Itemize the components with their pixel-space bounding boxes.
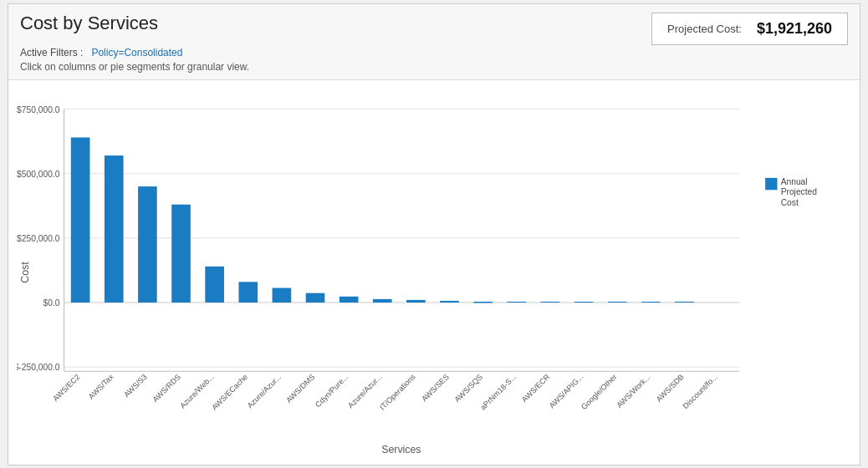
svg-text:AWS/ECR: AWS/ECR — [520, 372, 552, 404]
svg-text:AWS/SDB: AWS/SDB — [655, 372, 686, 403]
svg-text:IT/Operations: IT/Operations — [378, 372, 417, 411]
bar-awsapig[interactable] — [574, 301, 594, 302]
bar-awssqs[interactable] — [473, 301, 493, 303]
header-section: Cost by Services Projected Cost: $1,921,… — [8, 4, 860, 80]
svg-text:AWS/ECache: AWS/ECache — [210, 372, 249, 411]
bar-awss3[interactable] — [138, 186, 157, 303]
bar-azureweb[interactable] — [205, 266, 224, 302]
legend-label-line3: Cost — [781, 197, 799, 206]
bar-awsrds[interactable] — [171, 204, 191, 302]
bar-awsecache[interactable] — [238, 282, 258, 303]
filter-row: Active Filters : Policy=Consolidated — [20, 47, 848, 58]
bar-azurazur2[interactable] — [373, 298, 392, 302]
bar-awssdb[interactable] — [675, 301, 694, 302]
filter-value: Policy=Consolidated — [91, 47, 182, 58]
svg-text:Azure/Azur...: Azure/Azur... — [346, 372, 384, 410]
bar-aprnm18[interactable] — [507, 301, 526, 302]
svg-text:AWS/Work...: AWS/Work... — [615, 372, 652, 409]
bar-awsec2[interactable] — [71, 137, 90, 303]
svg-text:AWS/APIG...: AWS/APIG... — [548, 372, 585, 410]
bar-cdynpure[interactable] — [340, 296, 359, 302]
bar-awsecr[interactable] — [541, 301, 560, 302]
svg-text:Azure/Azur...: Azure/Azur... — [246, 372, 283, 410]
svg-text:AWS/RDS: AWS/RDS — [151, 372, 182, 403]
svg-text:AWS/SES: AWS/SES — [420, 372, 451, 403]
projected-cost-value: $1,921,260 — [757, 20, 832, 38]
bar-awsdms[interactable] — [306, 292, 325, 302]
svg-text:$0.0: $0.0 — [43, 298, 59, 308]
svg-text:Google/Other: Google/Other — [580, 372, 618, 410]
svg-text:AWS/DMS: AWS/DMS — [284, 372, 316, 404]
svg-text:aPrNm18-S...: aPrNm18-S... — [478, 372, 518, 411]
x-axis-label: Services — [381, 444, 421, 455]
svg-text:AWS/EC2: AWS/EC2 — [51, 372, 81, 402]
svg-text:Azure/Web...: Azure/Web... — [178, 372, 216, 410]
bar-awsses[interactable] — [440, 300, 459, 302]
projected-cost-box: Projected Cost: $1,921,260 — [651, 13, 848, 45]
cost-by-services-card: Cost by Services Projected Cost: $1,921,… — [8, 3, 860, 465]
svg-text:AWS/Tax: AWS/Tax — [87, 372, 115, 400]
svg-text:$250,000.0: $250,000.0 — [17, 233, 60, 242]
legend-label-line2: Projected — [781, 187, 818, 196]
svg-text:Cdyn/Pure...: Cdyn/Pure... — [314, 372, 350, 408]
svg-text:$-250,000.0: $-250,000.0 — [17, 363, 60, 372]
svg-text:Discount/fo...: Discount/fo... — [682, 372, 719, 410]
page-title: Cost by Services — [20, 13, 158, 34]
y-axis-label: Cost — [19, 261, 31, 282]
filter-label: Active Filters : — [20, 47, 83, 58]
legend-icon — [765, 177, 777, 189]
title-row: Cost by Services Projected Cost: $1,921,… — [20, 13, 848, 45]
bar-itops[interactable] — [406, 299, 426, 302]
projected-cost-label: Projected Cost: — [667, 23, 742, 35]
svg-text:AWS/SQS: AWS/SQS — [453, 372, 484, 403]
svg-text:$500,000.0: $500,000.0 — [17, 169, 60, 178]
bar-awswork[interactable] — [641, 301, 661, 302]
bar-awstax[interactable] — [105, 155, 124, 303]
chart-area[interactable]: Cost $750,000.0 $500,000.0 $250,000.0 $0… — [8, 80, 860, 465]
svg-text:$750,000.0: $750,000.0 — [17, 104, 60, 114]
svg-text:AWS/S3: AWS/S3 — [122, 372, 149, 399]
bar-azurazur1[interactable] — [273, 287, 292, 302]
bar-chart[interactable]: Cost $750,000.0 $500,000.0 $250,000.0 $0… — [17, 89, 851, 456]
legend-label-line1: Annual — [781, 177, 808, 186]
instruction-row: Click on columns or pie segments for gra… — [20, 61, 848, 73]
bar-googleother[interactable] — [608, 301, 627, 302]
